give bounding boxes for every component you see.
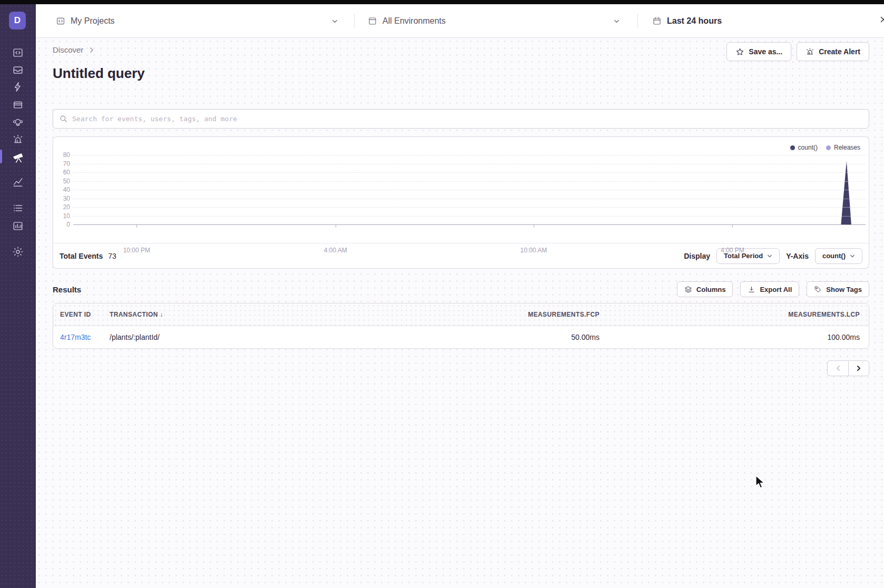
next-page-button[interactable] bbox=[848, 360, 869, 376]
sidebar-item-stats[interactable] bbox=[0, 218, 36, 234]
create-alert-button[interactable]: Create Alert bbox=[797, 42, 869, 61]
date-range-selector[interactable]: Last 24 hours bbox=[652, 4, 722, 38]
export-all-button[interactable]: Export All bbox=[740, 281, 799, 297]
x-axis-tick bbox=[732, 225, 733, 228]
project-selector[interactable]: My Projects bbox=[56, 4, 115, 38]
yaxis-dropdown[interactable]: count() bbox=[815, 248, 862, 264]
environment-selector-label: All Environments bbox=[382, 16, 446, 26]
y-axis-tick-label: 70 bbox=[56, 160, 70, 168]
y-axis-tick-label: 40 bbox=[56, 186, 70, 193]
table-header-row: Event IDTransaction ↓Measurements.fcpMea… bbox=[53, 303, 869, 326]
chevron-down-icon[interactable] bbox=[332, 18, 338, 24]
chart-footer: Total Events 73 Display Total Period Y-A… bbox=[53, 243, 869, 268]
column-header-measurements-fcp[interactable]: Measurements.fcp bbox=[499, 311, 600, 318]
previous-page-button[interactable] bbox=[827, 360, 848, 376]
sort-descending-icon: ↓ bbox=[160, 311, 163, 318]
sidebar-item-queries[interactable] bbox=[0, 200, 36, 216]
columns-button[interactable]: Columns bbox=[677, 281, 733, 297]
gear-icon bbox=[12, 246, 24, 258]
topbar: My Projects All Environments Last 24 hou… bbox=[36, 4, 884, 38]
layers-icon bbox=[684, 286, 692, 293]
x-axis-tick-label: 10:00 AM bbox=[520, 247, 547, 254]
window-top-border bbox=[0, 0, 884, 4]
chevron-right-icon bbox=[856, 365, 862, 371]
gridline bbox=[73, 172, 866, 173]
legend-dot bbox=[790, 145, 795, 150]
siren-icon bbox=[806, 47, 814, 56]
chevron-right-icon bbox=[89, 47, 95, 53]
x-axis-tick-label: 10:00 PM bbox=[123, 247, 150, 254]
siren-icon bbox=[12, 134, 24, 145]
y-axis-tick-label: 0 bbox=[56, 221, 70, 228]
x-axis-tick-label: 4:00 PM bbox=[721, 247, 744, 254]
legend-item-count[interactable]: count() bbox=[790, 144, 818, 151]
column-header-transaction[interactable]: Transaction ↓ bbox=[110, 311, 499, 318]
projects-icon bbox=[56, 16, 65, 26]
x-axis-line bbox=[73, 224, 866, 225]
y-axis-tick-label: 30 bbox=[56, 195, 70, 202]
environment-selector[interactable]: All Environments bbox=[368, 4, 446, 38]
chevron-left-icon bbox=[835, 365, 841, 371]
sidebar: D bbox=[0, 4, 36, 588]
x-axis-tick-label: 4:00 AM bbox=[324, 247, 347, 254]
gridline bbox=[73, 190, 866, 190]
y-axis-tick-label: 50 bbox=[56, 178, 70, 185]
topbar-divider bbox=[637, 14, 638, 28]
legend-label: Releases bbox=[834, 144, 860, 151]
sidebar-item-alerts[interactable] bbox=[0, 132, 36, 148]
column-header-measurements-lcp[interactable]: Measurements.lcp bbox=[600, 311, 860, 318]
gridline bbox=[73, 155, 866, 155]
y-axis-tick-label: 10 bbox=[56, 212, 70, 220]
topbar-divider bbox=[354, 14, 355, 28]
sidebar-item-performance[interactable] bbox=[0, 79, 36, 95]
show-tags-button[interactable]: Show Tags bbox=[807, 281, 869, 297]
project-selector-label: My Projects bbox=[71, 16, 115, 26]
results-heading: Results bbox=[53, 285, 81, 294]
total-events-label: Total Events bbox=[60, 252, 103, 260]
breadcrumb-discover-link[interactable]: Discover bbox=[53, 45, 83, 54]
column-header-event-id[interactable]: Event ID bbox=[60, 311, 110, 318]
chevron-down-icon[interactable] bbox=[614, 18, 620, 24]
legend-item-releases[interactable]: Releases bbox=[826, 144, 860, 151]
sidebar-item-user-feedback[interactable] bbox=[0, 114, 36, 130]
tag-icon bbox=[814, 286, 822, 293]
event-id-link[interactable]: 4r17m3tc bbox=[60, 333, 91, 341]
org-avatar-letter: D bbox=[14, 15, 21, 26]
search-icon bbox=[59, 114, 68, 123]
gridline bbox=[73, 216, 866, 217]
columns-button-label: Columns bbox=[696, 286, 726, 293]
search-input[interactable] bbox=[72, 110, 863, 128]
sidebar-item-projects[interactable] bbox=[0, 45, 36, 61]
results-table: Event IDTransaction ↓Measurements.fcpMea… bbox=[53, 303, 869, 349]
chevron-down-icon bbox=[850, 253, 855, 259]
sidebar-item-discover[interactable] bbox=[0, 150, 36, 165]
user-feedback-icon bbox=[12, 116, 24, 128]
clear-date-icon[interactable] bbox=[880, 16, 884, 23]
x-axis-tick bbox=[336, 225, 336, 228]
export-all-button-label: Export All bbox=[760, 286, 792, 293]
line-chart-icon bbox=[12, 177, 24, 188]
y-axis-tick-label: 60 bbox=[56, 169, 70, 176]
gridline bbox=[73, 207, 866, 208]
search-bar bbox=[53, 109, 869, 129]
yaxis-dropdown-value: count() bbox=[822, 252, 846, 260]
sidebar-item-releases[interactable] bbox=[0, 96, 36, 112]
org-avatar[interactable]: D bbox=[9, 12, 26, 30]
save-as-button[interactable]: Save as... bbox=[726, 42, 791, 61]
sidebar-item-issues[interactable] bbox=[0, 62, 36, 78]
display-label: Display bbox=[684, 252, 710, 260]
table-cell: /plants/:plantId/ bbox=[110, 333, 499, 341]
x-axis-tick bbox=[534, 225, 534, 228]
x-axis-tick bbox=[136, 225, 137, 228]
chevron-down-icon bbox=[767, 253, 772, 259]
sidebar-item-settings[interactable] bbox=[0, 244, 36, 260]
projects-icon bbox=[12, 47, 24, 58]
calendar-icon bbox=[652, 16, 662, 26]
sidebar-item-dashboards[interactable] bbox=[0, 174, 36, 190]
download-icon bbox=[748, 286, 755, 293]
page-title: Untitled query bbox=[53, 65, 145, 82]
date-range-label: Last 24 hours bbox=[667, 16, 722, 26]
yaxis-label: Y-Axis bbox=[786, 252, 809, 260]
telescope-icon bbox=[12, 152, 24, 164]
legend-dot bbox=[826, 145, 831, 150]
